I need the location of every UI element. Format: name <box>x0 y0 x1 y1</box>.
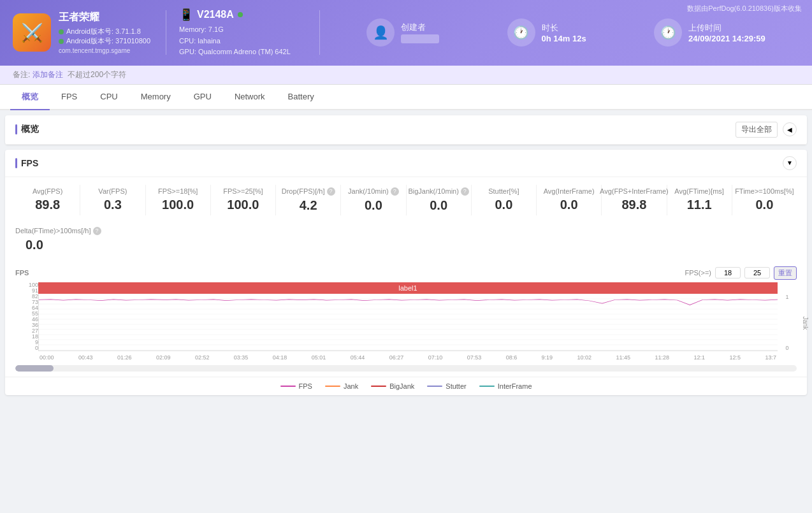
header-stats: 👤 创建者 🕐 时长 0h 14m 12s 🕐 上传时间 24/09/2021 … <box>333 18 799 47</box>
tab-cpu[interactable]: CPU <box>89 85 129 109</box>
help-drop-fps[interactable]: ? <box>327 187 335 196</box>
export-all-button[interactable]: 导出全部 <box>736 122 778 138</box>
chart-main-wrapper: label1 <box>38 282 778 364</box>
legend-stutter: Stutter <box>427 382 466 390</box>
chart-header: FPS FPS(>=) 重置 <box>15 266 797 280</box>
device-status-dot <box>238 12 243 17</box>
fps-chart-container: FPS FPS(>=) 重置 100 91 82 73 64 55 46 36 … <box>5 261 807 372</box>
chart-y-axis: 100 91 82 73 64 55 46 36 27 18 9 0 <box>15 282 38 364</box>
fps-section-title: FPS <box>15 158 38 168</box>
collapse-overview-button[interactable]: ◀ <box>783 122 797 136</box>
chart-scrollbar[interactable] <box>15 365 797 372</box>
upload-time-icon: 🕐 <box>654 18 682 47</box>
collapse-fps-button[interactable]: ▼ <box>783 156 797 170</box>
device-specs: Memory: 7.1G CPU: lahaina GPU: Qualcomm … <box>179 24 307 58</box>
tab-overview[interactable]: 概览 <box>10 85 50 110</box>
legend-jank-line <box>325 386 340 387</box>
stat-avg-ftime: Avg(FTime)[ms] 11.1 <box>667 185 732 215</box>
legend-fps: FPS <box>280 382 312 390</box>
chart-x-axis: 00:00 00:43 01:26 02:09 02:52 03:35 04:1… <box>38 351 778 364</box>
duration-value: 0h 14m 12s <box>542 34 586 43</box>
tab-gpu[interactable]: GPU <box>182 85 223 109</box>
creator-icon: 👤 <box>366 18 395 47</box>
tab-network[interactable]: Network <box>223 85 277 109</box>
fps-section-header: FPS ▼ <box>5 150 807 177</box>
app-info: ⚔️ 王者荣耀 Android版本号: 3.71.1.8 Android版本号:… <box>13 11 153 54</box>
header-divider-2 <box>319 10 320 55</box>
stat-fps18: FPS>=18[%] 100.0 <box>146 185 211 215</box>
duration-stat: 🕐 时长 0h 14m 12s <box>507 18 586 47</box>
top-notice: 数据由PerfDog(6.0.210836)版本收集 <box>687 4 802 13</box>
help-bigjank[interactable]: ? <box>461 187 469 196</box>
chart-area: 100 91 82 73 64 55 46 36 27 18 9 0 label… <box>15 282 797 364</box>
stat-avg-fps-interframe: Avg(FPS+InterFrame) 89.8 <box>602 185 667 215</box>
legend-jank: Jank <box>325 382 358 390</box>
fps-section-actions: ▼ <box>783 156 797 170</box>
legend-interframe-line <box>479 386 495 387</box>
app-android-build: Android版本号: 371010800 <box>59 36 150 46</box>
jank-label: Jank <box>802 316 809 329</box>
stat-var-fps: Var(FPS) 0.3 <box>80 185 145 215</box>
creator-stat: 👤 创建者 <box>366 18 439 47</box>
upload-time-stat: 🕐 上传时间 24/09/2021 14:29:59 <box>654 18 765 47</box>
tab-battery[interactable]: Battery <box>277 85 326 109</box>
legend-fps-line <box>280 386 296 387</box>
tab-memory[interactable]: Memory <box>129 85 182 109</box>
fps-threshold-25-input[interactable] <box>744 267 770 278</box>
device-info: 📱 V2148A Memory: 7.1G CPU: lahaina GPU: … <box>179 8 307 58</box>
legend-bigjank-line <box>371 386 386 387</box>
upload-time-value: 24/09/2021 14:29:59 <box>688 34 765 43</box>
chart-border <box>38 294 778 351</box>
device-name: 📱 V2148A <box>179 8 307 22</box>
tab-nav: 概览 FPS CPU Memory GPU Network Battery <box>0 85 812 110</box>
fps-stats-grid: Avg(FPS) 89.8 Var(FPS) 0.3 FPS>=18[%] 10… <box>5 177 807 223</box>
scrollbar-thumb[interactable] <box>15 365 54 372</box>
help-delta[interactable]: ? <box>93 227 101 235</box>
app-android-version: Android版本号: 3.71.1.8 <box>59 27 150 36</box>
stat-drop-fps: Drop(FPS)[/h] ? 4.2 <box>276 185 341 215</box>
stat-bigjank: BigJank(/10min) ? 0.0 <box>407 185 472 215</box>
overview-section: 概览 导出全部 ◀ <box>5 115 807 145</box>
header-divider-1 <box>166 10 166 55</box>
fps-stats-row2: Delta(FTime)>100ms[/h] ? 0.0 <box>5 223 807 261</box>
help-jank[interactable]: ? <box>391 187 399 196</box>
fps-threshold-18-input[interactable] <box>715 267 741 278</box>
add-notes-link[interactable]: 添加备注 <box>33 70 63 79</box>
stat-avg-interframe: Avg(InterFrame) 0.0 <box>537 185 602 215</box>
notes-bar: 备注: 添加备注 不超过200个字符 <box>0 66 812 85</box>
tab-fps[interactable]: FPS <box>50 85 89 109</box>
overview-section-header: 概览 导出全部 ◀ <box>5 115 807 145</box>
app-icon: ⚔️ <box>13 13 51 52</box>
stat-jank: Jank(/10min) ? 0.0 <box>341 185 406 215</box>
overview-actions: 导出全部 ◀ <box>736 122 797 138</box>
fps-threshold-controls: FPS(>=) 重置 <box>685 266 797 280</box>
overview-title: 概览 <box>15 124 39 135</box>
legend-stutter-line <box>427 386 442 387</box>
delta-label: Delta(FTime)>100ms[/h] ? <box>15 227 797 235</box>
chart-legend: FPS Jank BigJank Stutter InterFrame <box>5 377 807 395</box>
upload-time-label: 上传时间 <box>688 22 765 34</box>
chart-label-bar: label1 <box>38 282 778 294</box>
duration-label: 时长 <box>542 22 586 34</box>
delta-value: 0.0 <box>25 238 797 252</box>
stat-fps25: FPS>=25[%] 100.0 <box>211 185 276 215</box>
chart-y-label: FPS <box>15 269 29 277</box>
app-name: 王者荣耀 <box>59 11 150 24</box>
stat-stutter: Stutter[%] 0.0 <box>472 185 537 215</box>
reset-threshold-button[interactable]: 重置 <box>774 266 797 280</box>
creator-value <box>401 34 439 43</box>
legend-bigjank: BigJank <box>371 382 414 390</box>
stat-ftime100: FTime>=100ms[%] 0.0 <box>732 185 797 215</box>
creator-label: 创建者 <box>401 22 439 33</box>
stat-avg-fps: Avg(FPS) 89.8 <box>15 185 80 215</box>
fps-section: FPS ▼ Avg(FPS) 89.8 Var(FPS) 0.3 FPS>=18… <box>5 150 807 395</box>
jank-y-axis: 1 0 Jank <box>778 282 797 364</box>
duration-icon: 🕐 <box>507 18 535 47</box>
legend-interframe: InterFrame <box>479 382 532 390</box>
app-package: com.tencent.tmgp.sgame <box>59 47 150 54</box>
